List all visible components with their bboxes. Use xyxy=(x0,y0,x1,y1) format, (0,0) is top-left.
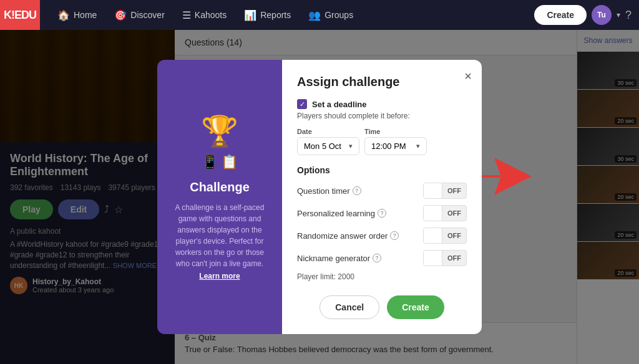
question-timer-label: Question timer ? xyxy=(297,186,361,196)
nav-home[interactable]: 🏠 Home xyxy=(50,6,104,25)
time-chevron-icon: ▾ xyxy=(416,142,420,150)
nickname-label: Nickname generator ? xyxy=(297,254,381,263)
toggle-slider-4 xyxy=(424,251,442,266)
question-timer-toggle[interactable]: OFF xyxy=(423,183,467,199)
question-timer-row: Question timer ? OFF xyxy=(297,183,467,199)
svg-marker-0 xyxy=(482,158,532,195)
logo[interactable]: K!EDU xyxy=(0,0,40,30)
create-button[interactable]: Create xyxy=(534,5,587,25)
randomize-row: Randomize answer order ? OFF xyxy=(297,228,467,244)
cancel-button[interactable]: Cancel xyxy=(320,295,379,319)
modal-create-button[interactable]: Create xyxy=(387,295,444,319)
learn-more-link[interactable]: Learn more xyxy=(199,272,240,280)
dialog-container: 🏆 📱 📋 Challenge A challenge is a self-pa… xyxy=(157,60,482,334)
phone-icon: 📋 xyxy=(221,154,238,170)
challenge-title: Challenge xyxy=(190,180,250,194)
help-icon[interactable]: ? xyxy=(625,9,632,22)
reports-icon: 📊 xyxy=(244,9,256,21)
deadline-checkbox[interactable]: ✓ xyxy=(297,99,307,109)
cards-icon: 📱 xyxy=(202,154,218,170)
nav-kahoots[interactable]: ☰ Kahoots xyxy=(175,6,234,25)
modal-footer: Cancel Create xyxy=(297,295,467,319)
toggle-off-label-3: OFF xyxy=(442,228,466,243)
personalized-help-icon[interactable]: ? xyxy=(378,209,386,218)
personalized-learning-label: Personalized learning ? xyxy=(297,209,386,218)
date-value: Mon 5 Oct xyxy=(304,141,341,151)
nav-items: 🏠 Home 🎯 Discover ☰ Kahoots 📊 Reports 👥 … xyxy=(50,6,534,25)
date-time-row: Date Mon 5 Oct ▾ Time 12:00 PM ▾ xyxy=(297,128,467,155)
toggle-slider xyxy=(424,183,442,198)
toggle-off-label-4: OFF xyxy=(442,251,466,266)
randomize-toggle[interactable]: OFF xyxy=(423,228,467,244)
personalized-learning-row: Personalized learning ? OFF xyxy=(297,205,467,221)
time-value: 12:00 PM xyxy=(371,141,406,151)
close-button[interactable]: × xyxy=(464,70,472,82)
chevron-down-icon[interactable]: ▾ xyxy=(617,11,620,19)
avatar[interactable]: Tu xyxy=(592,5,612,25)
modal-title: Assign challenge xyxy=(297,75,467,89)
main-area: World History: The Age of Enlightenment … xyxy=(0,30,639,364)
nav-reports[interactable]: 📊 Reports xyxy=(237,6,298,25)
time-select[interactable]: 12:00 PM ▾ xyxy=(364,137,427,155)
modal-overlay[interactable]: 🏆 📱 📋 Challenge A challenge is a self-pa… xyxy=(0,30,639,364)
deadline-checkbox-row: ✓ Set a deadline xyxy=(297,99,467,109)
date-field-group: Date Mon 5 Oct ▾ xyxy=(297,128,359,155)
top-nav: K!EDU 🏠 Home 🎯 Discover ☰ Kahoots 📊 Repo… xyxy=(0,0,639,30)
player-limit: Player limit: 2000 xyxy=(297,272,467,281)
options-title: Options xyxy=(297,165,467,175)
nickname-help-icon[interactable]: ? xyxy=(373,254,381,262)
deadline-sublabel: Players should complete it before: xyxy=(297,112,467,120)
kahoots-icon: ☰ xyxy=(182,9,191,21)
date-chevron-icon: ▾ xyxy=(349,142,353,150)
nav-groups[interactable]: 👥 Groups xyxy=(301,6,361,25)
time-label: Time xyxy=(364,128,427,135)
assign-challenge-modal: Assign challenge × ✓ Set a deadline Play… xyxy=(282,60,482,334)
toggle-off-label-2: OFF xyxy=(442,206,466,221)
deadline-label: Set a deadline xyxy=(312,100,366,109)
challenge-panel: 🏆 📱 📋 Challenge A challenge is a self-pa… xyxy=(157,60,282,334)
randomize-label: Randomize answer order ? xyxy=(297,231,399,241)
date-label: Date xyxy=(297,128,359,135)
trophy-icon: 🏆 xyxy=(201,114,238,149)
toggle-slider-2 xyxy=(424,206,442,221)
nickname-row: Nickname generator ? OFF xyxy=(297,250,467,266)
groups-icon: 👥 xyxy=(308,9,321,21)
home-icon: 🏠 xyxy=(57,9,70,21)
nickname-toggle[interactable]: OFF xyxy=(423,250,467,266)
date-select[interactable]: Mon 5 Oct ▾ xyxy=(297,137,359,155)
nav-right: Create Tu ▾ ? xyxy=(534,5,632,25)
toggle-slider-3 xyxy=(424,228,442,243)
question-timer-help-icon[interactable]: ? xyxy=(353,186,361,195)
personalized-learning-toggle[interactable]: OFF xyxy=(423,205,467,221)
toggle-off-label: OFF xyxy=(442,183,466,198)
discover-icon: 🎯 xyxy=(114,9,127,21)
red-arrow xyxy=(482,158,532,198)
randomize-help-icon[interactable]: ? xyxy=(390,231,399,240)
nav-discover[interactable]: 🎯 Discover xyxy=(107,6,172,25)
challenge-description: A challenge is a self-paced game with qu… xyxy=(172,202,267,269)
time-field-group: Time 12:00 PM ▾ xyxy=(364,128,427,155)
